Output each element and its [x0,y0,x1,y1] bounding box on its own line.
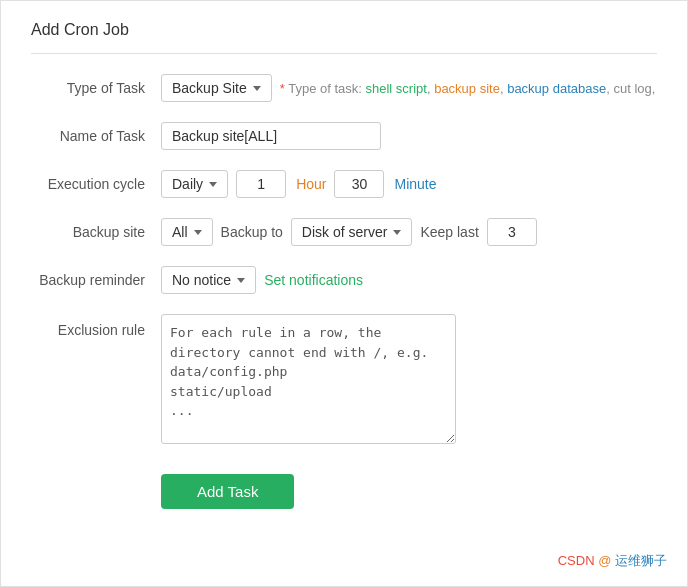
backup-site-row: Backup site All Backup to Disk of server… [31,218,657,246]
add-cron-job-panel: Add Cron Job Type of Task Backup Site * … [0,0,688,587]
type-of-task-value: Backup Site [172,80,247,96]
hint-cut-log: cut log, [613,81,655,96]
cycle-value: Daily [172,176,203,192]
backup-site-value: All [172,224,188,240]
destination-value: Disk of server [302,224,388,240]
hint-shell-script: shell script [366,81,427,96]
exclusion-rule-label: Exclusion rule [31,314,161,338]
type-of-task-row: Type of Task Backup Site * Type of task:… [31,74,657,102]
type-of-task-controls: Backup Site * Type of task: shell script… [161,74,655,102]
hint-backup-database: backup database [507,81,606,96]
exclusion-rule-textarea[interactable]: For each rule in a row, the directory ca… [161,314,456,444]
add-task-row: Add Task [31,464,657,509]
chevron-down-icon [209,182,217,187]
type-of-task-hint: * Type of task: shell script, backup sit… [280,81,656,96]
exclusion-rule-row: Exclusion rule For each rule in a row, t… [31,314,657,444]
type-of-task-label: Type of Task [31,80,161,96]
backup-reminder-row: Backup reminder No notice Set notificati… [31,266,657,294]
hint-prefix: Type of task: [288,81,365,96]
name-of-task-input[interactable] [161,122,381,150]
backup-site-label: Backup site [31,224,161,240]
watermark: CSDN @ 运维狮子 [558,552,667,570]
watermark-name: 运维狮子 [615,553,667,568]
set-notifications-link[interactable]: Set notifications [264,272,363,288]
backup-reminder-controls: No notice Set notifications [161,266,363,294]
execution-cycle-row: Execution cycle Daily Hour Minute [31,170,657,198]
chevron-down-icon [393,230,401,235]
keep-last-label: Keep last [420,224,478,240]
name-of-task-controls [161,122,381,150]
backup-reminder-dropdown[interactable]: No notice [161,266,256,294]
chevron-down-icon [237,278,245,283]
backup-site-dropdown[interactable]: All [161,218,213,246]
destination-dropdown[interactable]: Disk of server [291,218,413,246]
cycle-dropdown[interactable]: Daily [161,170,228,198]
backup-reminder-label: Backup reminder [31,272,161,288]
name-of-task-row: Name of Task [31,122,657,150]
watermark-csdn: CSDN [558,553,595,568]
backup-reminder-value: No notice [172,272,231,288]
execution-cycle-controls: Daily Hour Minute [161,170,437,198]
type-of-task-dropdown[interactable]: Backup Site [161,74,272,102]
hint-asterisk: * [280,81,285,96]
hour-unit-label: Hour [296,176,326,192]
backup-site-controls: All Backup to Disk of server Keep last [161,218,537,246]
minute-unit-label: Minute [394,176,436,192]
watermark-at: @ [598,553,611,568]
minute-value-input[interactable] [334,170,384,198]
chevron-down-icon [253,86,261,91]
execution-cycle-label: Execution cycle [31,176,161,192]
backup-to-label: Backup to [221,224,283,240]
add-task-button[interactable]: Add Task [161,474,294,509]
hour-value-input[interactable] [236,170,286,198]
exclusion-rule-controls: For each rule in a row, the directory ca… [161,314,456,444]
page-title: Add Cron Job [31,21,657,54]
hint-backup-site: backup site [434,81,500,96]
name-of-task-label: Name of Task [31,128,161,144]
chevron-down-icon [194,230,202,235]
keep-last-input[interactable] [487,218,537,246]
